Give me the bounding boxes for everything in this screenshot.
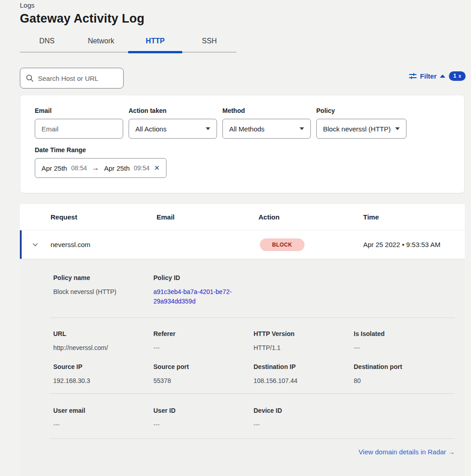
source-port-value: 55378 [153,376,254,386]
device-id-label: Device ID [254,407,354,414]
filter-count: 1 [453,73,457,79]
user-id-value: --- [153,420,254,429]
clear-date-icon[interactable]: ✕ [154,164,160,172]
filter-sliders-icon [409,72,417,80]
is-isolated-value: --- [354,343,455,353]
chevron-down-icon [300,127,304,130]
arrow-right-icon: → [92,164,99,172]
policy-value: Block neverssl (HTTP) [323,125,391,133]
search-icon [26,74,34,82]
http-version-value: HTTP/1.1 [254,343,354,353]
referer-label: Referer [153,330,254,337]
filter-button-label: Filter [420,72,437,80]
activity-log-table: Request Email Action Time neverssl.com B… [20,204,465,476]
start-date: Apr 25th [42,164,67,172]
destination-ip-label: Destination IP [254,363,354,370]
filter-button[interactable]: Filter [409,72,445,80]
tab-network[interactable]: Network [74,33,128,52]
tab-dns[interactable]: DNS [20,33,74,52]
filter-controls: Filter 1 x [409,71,466,81]
chevron-down-icon [206,127,210,130]
method-value: All Methods [229,125,264,133]
device-id-value: --- [254,420,354,429]
http-version-label: HTTP Version [254,330,354,337]
end-time: 09:54 [134,164,149,172]
url-value: http://neverssl.com/ [53,343,153,353]
active-tab-indicator [128,51,182,53]
breadcrumb[interactable]: Logs [20,1,35,9]
filter-count-badge[interactable]: 1 x [449,71,466,81]
action-taken-label: Action taken [129,107,217,114]
user-email-value: --- [53,420,153,429]
row-time: Apr 25 2022 • 9:53:53 AM [363,241,465,248]
search-input[interactable] [38,75,118,82]
column-header-action: Action [259,213,363,221]
method-label: Method [222,107,311,114]
user-email-label: User email [53,407,153,414]
filter-panel: Email Action taken All Actions Method Al… [20,95,465,193]
table-row[interactable]: neverssl.com BLOCK Apr 25 2022 • 9:53:53… [20,230,465,259]
start-time: 08:54 [71,164,87,172]
row-details: Policy name Block neverssl (HTTP) Policy… [20,259,465,476]
divider [50,439,455,439]
is-isolated-label: Is Isolated [354,330,455,337]
destination-ip-value: 108.156.107.44 [254,376,354,386]
source-ip-label: Source IP [53,363,153,370]
policy-name-label: Policy name [53,274,153,281]
column-header-email: Email [157,213,259,221]
email-filter-input[interactable] [42,125,116,133]
page-title: Gateway Activity Log [20,12,144,26]
tab-bar: DNS Network HTTP SSH [20,33,236,52]
clear-filter-icon: x [458,74,461,79]
search-box[interactable] [20,68,124,89]
user-id-label: User ID [153,407,254,414]
method-select[interactable]: All Methods [222,119,311,139]
url-label: URL [53,330,153,337]
destination-port-value: 80 [354,376,455,386]
policy-id-label: Policy ID [153,274,254,281]
date-range-label: Date Time Range [35,146,464,154]
referer-value: --- [153,343,254,353]
policy-label: Policy [316,107,406,114]
chevron-down-icon [395,127,400,130]
action-taken-value: All Actions [135,125,166,133]
source-port-label: Source port [153,363,254,370]
end-date: Apr 25th [104,164,130,172]
column-header-time: Time [363,213,465,221]
policy-select[interactable]: Block neverssl (HTTP) [316,119,406,139]
destination-port-label: Destination port [354,363,455,370]
table-header-row: Request Email Action Time [20,204,465,230]
tab-http-label: HTTP [146,37,165,45]
policy-name-value: Block neverssl (HTTP) [53,287,153,297]
date-range-field[interactable]: Apr 25th 08:54 → Apr 25th 09:54 ✕ [35,158,166,178]
column-header-request: Request [51,213,157,221]
expand-chevron-icon[interactable] [20,241,51,248]
row-request: neverssl.com [51,241,157,248]
block-action-badge: BLOCK [260,238,305,251]
collapse-caret-icon [440,75,445,78]
tab-http[interactable]: HTTP [128,33,182,52]
radar-link[interactable]: View domain details in Radar → [359,448,455,456]
tab-ssh[interactable]: SSH [182,33,236,52]
policy-id-link[interactable]: a91c3eb4-ba7a-4201-be72-29a934dd359d [153,287,238,306]
action-taken-select[interactable]: All Actions [129,119,217,139]
source-ip-value: 192.168.30.3 [53,376,153,386]
email-filter-label: Email [35,107,123,114]
